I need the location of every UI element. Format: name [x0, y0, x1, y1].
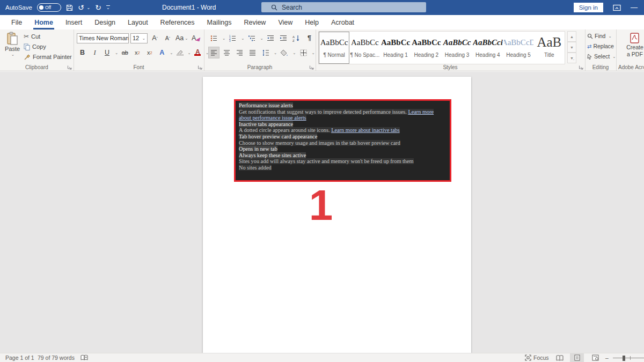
underline-dropdown-icon[interactable]: ⌄ — [115, 50, 118, 55]
copy-button[interactable]: Copy — [24, 42, 72, 51]
clipboard-group-label: Clipboard — [0, 64, 74, 70]
multilevel-list-button[interactable] — [246, 32, 258, 44]
font-dialog-launcher-icon[interactable] — [197, 65, 202, 70]
change-case-button[interactable]: Aa⌄ — [175, 32, 189, 44]
tab-references[interactable]: References — [156, 15, 200, 29]
align-right-button[interactable] — [234, 47, 245, 58]
subscript-button[interactable]: x2 — [131, 47, 143, 58]
font-group-label: Font — [74, 64, 204, 70]
read-mode-button[interactable] — [553, 353, 567, 362]
find-dropdown-icon[interactable]: ⌄ — [608, 34, 611, 39]
clear-formatting-button[interactable]: A◢ — [191, 32, 202, 44]
strikethrough-button[interactable]: ab — [119, 47, 130, 58]
highlight-button[interactable] — [174, 47, 186, 58]
align-left-button[interactable] — [208, 47, 219, 58]
superscript-button[interactable]: x2 — [144, 47, 155, 58]
style-no-spacing[interactable]: AaBbCc ¶ No Spac... — [349, 32, 380, 64]
style-heading-2[interactable]: AaBbCc Heading 2 — [411, 32, 442, 64]
decrease-indent-button[interactable] — [265, 32, 276, 44]
underline-button[interactable]: U — [101, 47, 113, 58]
style-heading-4[interactable]: AaBbCci Heading 4 — [472, 32, 503, 64]
pasted-screenshot[interactable]: Performance issue alertsGet notification… — [234, 99, 451, 182]
show-hide-pilcrow-button[interactable]: ¶ — [304, 32, 315, 44]
zoom-out-button[interactable]: – — [605, 353, 609, 362]
style-heading-3[interactable]: AaBbCc Heading 3 — [442, 32, 472, 64]
clipboard-dialog-launcher-icon[interactable] — [67, 65, 72, 70]
bullets-dropdown-icon[interactable]: ⌄ — [222, 36, 225, 41]
zoom-slider-track[interactable] — [613, 358, 644, 358]
tab-mailings[interactable]: Mailings — [202, 15, 237, 29]
undo-icon[interactable]: ↺ — [78, 4, 84, 11]
select-button[interactable]: Select ⌄ — [587, 52, 616, 61]
align-center-button[interactable] — [221, 47, 232, 58]
proofing-status-icon[interactable] — [80, 353, 88, 362]
tab-acrobat[interactable]: Acrobat — [326, 15, 359, 29]
tab-review[interactable]: Review — [239, 15, 270, 29]
tab-file[interactable]: File — [6, 15, 27, 29]
paste-button[interactable]: Paste ⌄ — [4, 32, 21, 57]
sort-button[interactable]: AZ — [291, 32, 302, 44]
font-name-combobox[interactable]: Times New Roman⌄ — [77, 33, 129, 43]
bullets-button[interactable] — [208, 32, 219, 44]
tab-design[interactable]: Design — [90, 15, 120, 29]
text-effects-button[interactable]: A — [156, 47, 167, 58]
font-color-button[interactable]: A — [192, 47, 203, 58]
italic-button[interactable]: I — [89, 47, 100, 58]
font-size-dropdown-icon[interactable]: ⌄ — [141, 36, 145, 41]
shading-dropdown-icon[interactable]: ⌄ — [292, 50, 296, 55]
borders-dropdown-icon[interactable]: ⌄ — [312, 50, 315, 55]
find-button[interactable]: Find ⌄ — [587, 32, 616, 40]
cut-button[interactable]: ✂ Cut — [24, 32, 72, 41]
undo-dropdown-icon[interactable]: ⌄ — [87, 5, 91, 10]
minimize-button[interactable]: — — [631, 4, 638, 11]
tab-layout[interactable]: Layout — [123, 15, 153, 29]
word-count[interactable]: 79 of 79 words — [38, 353, 75, 362]
styles-scroll-up-icon[interactable]: ▲ — [567, 31, 576, 42]
autosave-toggle[interactable]: Off — [37, 3, 61, 12]
zoom-slider-handle[interactable] — [623, 356, 625, 361]
bold-button[interactable]: B — [77, 47, 88, 58]
style-title[interactable]: AaB Title — [534, 32, 565, 64]
font-size-combobox[interactable]: 12⌄ — [130, 33, 148, 43]
focus-mode-button[interactable]: Focus — [525, 353, 549, 362]
styles-scroll-down-icon[interactable]: ▼ — [567, 42, 576, 53]
text-effects-dropdown-icon[interactable]: ⌄ — [170, 50, 173, 55]
paragraph-dialog-launcher-icon[interactable] — [309, 65, 314, 70]
highlight-dropdown-icon[interactable]: ⌄ — [188, 50, 191, 55]
document-page[interactable]: Performance issue alertsGet notification… — [203, 77, 471, 353]
sign-in-button[interactable]: Sign in — [574, 3, 603, 12]
shrink-font-button[interactable]: Aˇ — [162, 32, 173, 44]
quick-access-toolbar-icon[interactable]: ⌄ — [106, 5, 110, 10]
tab-home[interactable]: Home — [30, 15, 58, 29]
styles-dialog-launcher-icon[interactable] — [579, 65, 583, 70]
line-spacing-button[interactable] — [260, 47, 271, 58]
line-spacing-dropdown-icon[interactable]: ⌄ — [274, 50, 277, 55]
grow-font-button[interactable]: Aˆ — [149, 32, 160, 44]
tab-view[interactable]: View — [273, 15, 297, 29]
search-box[interactable]: Search — [261, 2, 426, 12]
tab-help[interactable]: Help — [300, 15, 324, 29]
format-painter-button[interactable]: Format Painter — [24, 53, 72, 61]
shading-button[interactable] — [279, 47, 290, 58]
redo-icon[interactable]: ↻ — [95, 4, 101, 11]
save-icon[interactable] — [66, 4, 73, 11]
style-heading-5[interactable]: AaBbCcD Heading 5 — [503, 32, 534, 64]
ribbon-display-options-icon[interactable] — [613, 4, 621, 11]
borders-button[interactable] — [298, 47, 309, 58]
style-heading-1[interactable]: AaBbCc Heading 1 — [380, 32, 411, 64]
increase-indent-button[interactable] — [278, 32, 289, 44]
print-layout-button[interactable] — [570, 353, 584, 362]
style-normal[interactable]: AaBbCc ¶ Normal — [319, 32, 349, 64]
tab-insert[interactable]: Insert — [61, 15, 87, 29]
multilevel-dropdown-icon[interactable]: ⌄ — [260, 36, 264, 41]
justify-button[interactable] — [247, 47, 258, 58]
numbering-button[interactable]: 123 — [227, 32, 238, 44]
create-pdf-button[interactable]: Create a PDF — [623, 32, 644, 58]
styles-gallery-more-icon[interactable]: ▼̱ — [567, 53, 576, 63]
replace-button[interactable]: ⇄ Replace — [587, 42, 616, 50]
web-layout-button[interactable] — [588, 353, 602, 362]
page-indicator[interactable]: Page 1 of 1 — [5, 353, 34, 362]
paste-dropdown-icon[interactable]: ⌄ — [5, 52, 21, 57]
numbering-dropdown-icon[interactable]: ⌄ — [241, 36, 244, 41]
select-dropdown-icon[interactable]: ⌄ — [612, 54, 616, 59]
